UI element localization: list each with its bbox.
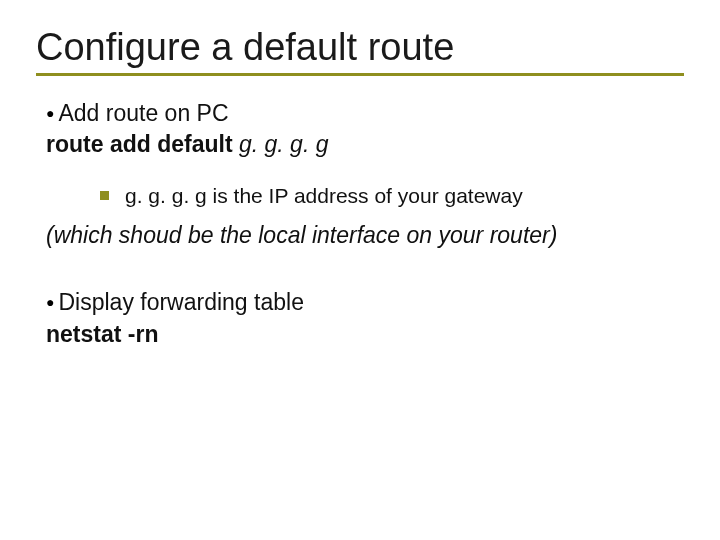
command-netstat-fixed: netstat -rn (46, 321, 158, 347)
sub-bullet-gateway-text: g. g. g. g is the IP address of your gat… (125, 182, 523, 210)
bullet-dot-icon: ● (46, 98, 54, 128)
section-display-table: ● Display forwarding table netstat -rn (36, 287, 684, 349)
note-local-interface: (which shoud be the local interface on y… (46, 220, 684, 251)
command-route-add-arg: g. g. g. g (239, 131, 329, 157)
bullet-add-route-text: Add route on PC (58, 98, 228, 129)
slide-title: Configure a default route (36, 26, 684, 69)
command-netstat: netstat -rn (46, 319, 684, 350)
bullet-add-route: ● Add route on PC (46, 98, 684, 129)
square-bullet-icon (100, 191, 109, 200)
command-route-add: route add default g. g. g. g (46, 129, 684, 160)
sub-bullet-gateway: g. g. g. g is the IP address of your gat… (100, 182, 684, 210)
bullet-display-table: ● Display forwarding table (46, 287, 684, 318)
slide-body: ● Add route on PC route add default g. g… (36, 98, 684, 350)
bullet-dot-icon: ● (46, 287, 54, 317)
bullet-display-table-text: Display forwarding table (58, 287, 303, 318)
slide: Configure a default route ● Add route on… (0, 0, 720, 540)
command-route-add-fixed: route add default (46, 131, 239, 157)
title-underline (36, 73, 684, 76)
